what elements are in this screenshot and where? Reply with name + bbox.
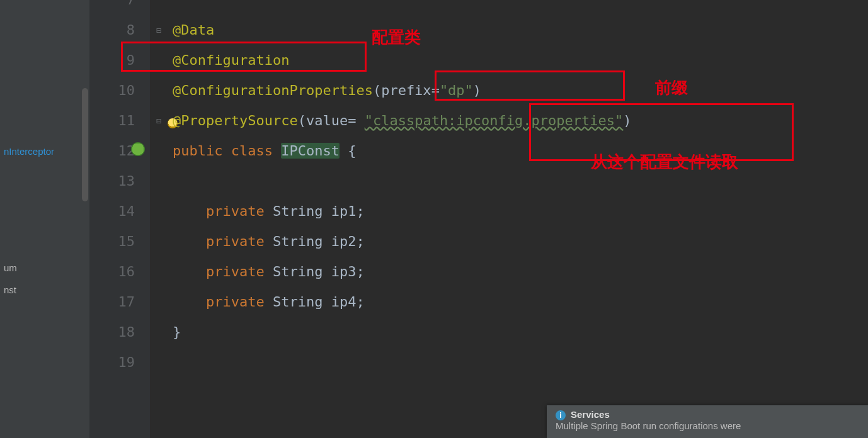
info-icon: i: [556, 410, 566, 420]
code-line[interactable]: @PropertySource(value= "classpath:ipconf…: [173, 106, 632, 136]
fold-gutter: ⊟ ⊟: [150, 0, 168, 438]
line-number[interactable]: 9: [89, 45, 150, 76]
code-line[interactable]: @Configuration: [173, 45, 289, 76]
line-number[interactable]: 15: [89, 227, 150, 257]
line-number[interactable]: 18: [89, 317, 150, 347]
line-number[interactable]: 8: [89, 15, 150, 45]
line-number[interactable]: 16: [89, 257, 150, 287]
code-line[interactable]: public class IPConst {: [173, 136, 356, 166]
scrollbar-thumb[interactable]: [82, 88, 88, 201]
fold-handle[interactable]: ⊟: [150, 15, 168, 45]
line-number[interactable]: 17: [89, 287, 150, 317]
line-number[interactable]: 10: [89, 76, 150, 106]
code-area[interactable]: @Data @Configuration @ConfigurationPrope…: [173, 0, 868, 438]
sidebar-item-nst[interactable]: nst: [0, 282, 81, 298]
ide-root: { "sidebar": { "items": [ { "label": "nI…: [0, 0, 868, 438]
line-number[interactable]: 13: [89, 166, 150, 196]
code-editor[interactable]: 7 8 9 10 11 12 13 14 15 16 17 18 19 ⊟ ⊟ …: [81, 0, 868, 438]
sidebar-item-interceptor[interactable]: nInterceptor: [0, 143, 81, 159]
sidebar-item-um[interactable]: um: [0, 260, 81, 276]
code-line[interactable]: private String ip1;: [173, 196, 365, 227]
code-line[interactable]: private String ip3;: [173, 257, 365, 287]
code-line[interactable]: @Data: [173, 15, 214, 45]
editor-scrollbar[interactable]: [81, 0, 89, 438]
line-number[interactable]: 11: [89, 106, 150, 136]
code-line[interactable]: private String ip4;: [173, 287, 365, 317]
code-line[interactable]: @ConfigurationProperties(prefix="dp"): [173, 76, 481, 106]
line-number[interactable]: 19: [89, 347, 150, 378]
notification-title: Services: [571, 409, 610, 420]
code-line[interactable]: private String ip2;: [173, 227, 365, 257]
line-number[interactable]: 14: [89, 196, 150, 227]
code-line[interactable]: }: [173, 317, 181, 347]
notification-body: Multiple Spring Boot run configurations …: [556, 420, 859, 431]
line-number[interactable]: 7: [89, 0, 150, 15]
spring-bean-gutter-icon[interactable]: [131, 142, 145, 156]
fold-handle[interactable]: ⊟: [150, 106, 168, 136]
notification-popup[interactable]: iServices Multiple Spring Boot run confi…: [547, 405, 868, 438]
line-number-gutter: 7 8 9 10 11 12 13 14 15 16 17 18 19: [89, 0, 151, 438]
project-sidebar[interactable]: nInterceptor um nst: [0, 0, 81, 438]
